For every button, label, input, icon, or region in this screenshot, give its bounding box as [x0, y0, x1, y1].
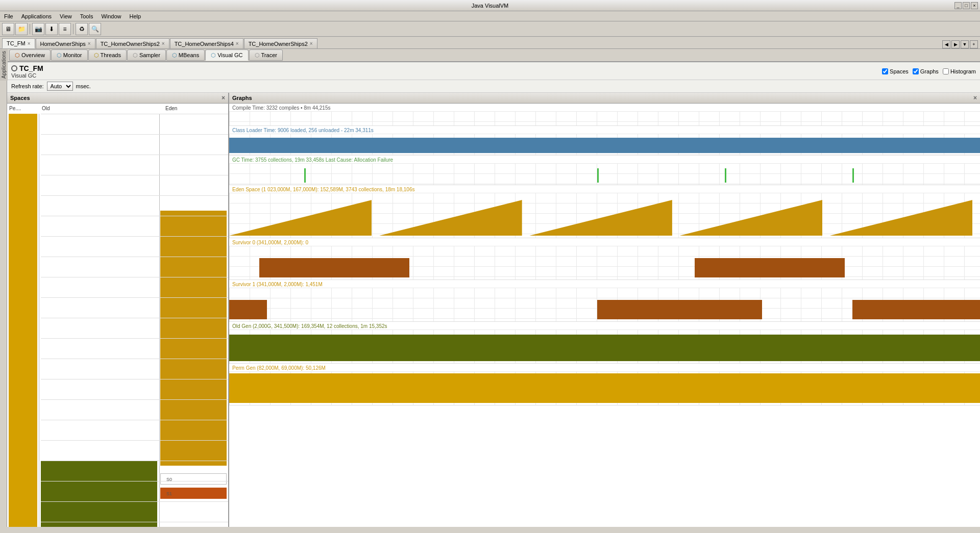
old-gen-space — [41, 461, 157, 527]
eden-col-header: Eden — [165, 106, 177, 111]
graphs-checkbox[interactable] — [913, 68, 919, 74]
sub-tab-threads-label: Threads — [101, 52, 121, 58]
content-area: ⬡ Overview ⬡ Monitor ⬡ Threads ⬡ Sampler… — [7, 49, 980, 527]
refresh-icon — [11, 65, 17, 71]
sub-tab-sampler[interactable]: ⬡ Sampler — [127, 49, 166, 61]
tab-nav-buttons: ◀ ▶ ▼ + — [942, 40, 978, 48]
menu-applications[interactable]: Applications — [19, 13, 54, 20]
tab3-label: TC_HomeOwnerShips4 — [175, 41, 234, 47]
gc-spike-4 — [852, 168, 854, 183]
compile-time-graph — [229, 111, 980, 125]
sub-tabs-bar: ⬡ Overview ⬡ Monitor ⬡ Threads ⬡ Sampler… — [7, 49, 980, 62]
top-tab-0[interactable]: TC_FM × — [2, 38, 35, 48]
compile-grid — [229, 111, 980, 125]
eden-space — [160, 211, 227, 466]
classloader-section: Class Loader Time: 9006 loaded, 256 unlo… — [229, 126, 980, 156]
permgen-fill — [229, 373, 980, 403]
menu-bar: File Applications View Tools Window Help — [0, 11, 980, 21]
survivor1-label: Survivor 1 (341,000M, 2,000M): 1,451M — [229, 280, 980, 288]
eden-graph — [229, 193, 980, 238]
sub-tab-visual-gc-label: Visual GC — [217, 52, 242, 58]
spaces-checkbox[interactable] — [882, 68, 888, 74]
close-btn[interactable]: × — [971, 2, 978, 9]
top-tab-4[interactable]: TC_HomeOwnerShips2 × — [244, 38, 317, 48]
page-subtitle: Visual GC — [11, 72, 43, 79]
top-tab-3[interactable]: TC_HomeOwnerShips4 × — [170, 38, 243, 48]
panels-container: Spaces × Pe.... Old Eden — [7, 93, 980, 527]
survivor0-label: Survivor 0 (341,000M, 2,000M): 0 — [229, 238, 980, 246]
toolbar-sep2 — [73, 24, 74, 34]
toolbar: 🖥 📁 📷 ⬇ ≡ ♻ 🔍 — [0, 21, 980, 37]
tab0-close[interactable]: × — [28, 41, 31, 46]
permgen-graph — [229, 371, 980, 405]
sub-tab-tracer[interactable]: ⬡ Tracer — [249, 49, 283, 61]
heap-dump-btn[interactable]: ⬇ — [45, 23, 58, 35]
gc-grid — [229, 163, 980, 185]
top-tab-1[interactable]: HomeOwnerShips × — [36, 38, 95, 48]
sub-tab-sampler-label: Sampler — [139, 52, 160, 58]
oldgen-section: Old Gen (2,000G, 341,500M): 169,354M, 12… — [229, 322, 980, 364]
tab-new-btn[interactable]: + — [970, 40, 978, 48]
tab3-close[interactable]: × — [236, 41, 239, 46]
page-title: TC_FM — [11, 64, 43, 72]
sub-tab-overview[interactable]: ⬡ Overview — [9, 49, 51, 61]
sub-tab-monitor[interactable]: ⬡ Monitor — [51, 49, 88, 61]
graphs-panel: Graphs × Compile Time: 3232 compiles • 8… — [229, 93, 980, 527]
menu-tools[interactable]: Tools — [78, 13, 95, 20]
s1-label: S1 — [166, 491, 172, 496]
page-header: TC_FM Visual GC Spaces Graphs Histogram — [7, 62, 980, 80]
refresh-select[interactable]: Auto 100 200 500 1000 — [47, 82, 73, 91]
classloader-fill — [229, 138, 980, 153]
oldgen-graph — [229, 329, 980, 363]
app-sidebar-label: Applications — [0, 49, 8, 81]
menu-window[interactable]: Window — [99, 13, 123, 20]
top-tab-2[interactable]: TC_HomeOwnerShips2 × — [96, 38, 169, 48]
graphs-panel-close[interactable]: × — [973, 94, 977, 101]
survivor0-section: Survivor 0 (341,000M, 2,000M): 0 — [229, 238, 980, 280]
refresh-bar: Refresh rate: Auto 100 200 500 1000 msec… — [7, 80, 980, 93]
tab-list-btn[interactable]: ▼ — [961, 40, 969, 48]
window-controls[interactable]: _ □ × — [954, 2, 978, 9]
open-btn[interactable]: 📁 — [15, 23, 28, 35]
spaces-checkbox-label[interactable]: Spaces — [882, 68, 909, 74]
oldgen-fill — [229, 335, 980, 361]
graphs-checkbox-label[interactable]: Graphs — [913, 68, 939, 74]
top-tabs-bar: TC_FM × HomeOwnerShips × TC_HomeOwnerShi… — [0, 37, 980, 49]
menu-file[interactable]: File — [2, 13, 15, 20]
spaces-panel-close[interactable]: × — [222, 94, 225, 101]
survivor1-graph — [229, 288, 980, 321]
gc-btn[interactable]: ♻ — [76, 23, 88, 35]
minimize-btn[interactable]: _ — [954, 2, 962, 9]
spaces-content: Pe.... Old Eden — [7, 104, 228, 527]
tab2-close[interactable]: × — [162, 41, 165, 46]
new-btn[interactable]: 🖥 — [2, 23, 14, 35]
tab4-label: TC_HomeOwnerShips2 — [249, 41, 308, 47]
histogram-checkbox-label[interactable]: Histogram — [943, 68, 976, 74]
app-sidebar: Applications — [0, 49, 7, 527]
tab4-close[interactable]: × — [310, 41, 313, 46]
survivor1-bar1 — [229, 300, 267, 319]
tab1-close[interactable]: × — [88, 41, 91, 46]
tab-prev-btn[interactable]: ◀ — [942, 40, 950, 48]
refresh-rate-label: Refresh rate: — [11, 83, 44, 89]
sub-tab-monitor-label: Monitor — [63, 52, 82, 58]
eden-section: Eden Space (1 023,000M, 167,000M): 152,5… — [229, 185, 980, 238]
menu-help[interactable]: Help — [128, 13, 143, 20]
sub-tab-threads[interactable]: ⬡ Threads — [88, 49, 127, 61]
sub-tab-mbeans[interactable]: ⬡ MBeans — [166, 49, 205, 61]
graphs-panel-header: Graphs × — [229, 93, 980, 104]
spaces-panel: Spaces × Pe.... Old Eden — [7, 93, 229, 527]
gc-spike-3 — [725, 168, 726, 183]
classloader-graph — [229, 134, 980, 155]
inspector-btn[interactable]: 🔍 — [89, 23, 101, 35]
survivor1-section: Survivor 1 (341,000M, 2,000M): 1,451M — [229, 280, 980, 322]
menu-view[interactable]: View — [58, 13, 74, 20]
thread-dump-btn[interactable]: ≡ — [59, 23, 71, 35]
title-bar: Java VisualVM _ □ × — [0, 0, 980, 11]
tab-next-btn[interactable]: ▶ — [951, 40, 960, 48]
restore-btn[interactable]: □ — [963, 2, 970, 9]
compile-time-label: Compile Time: 3232 compiles • 8m 44,215s — [229, 104, 980, 111]
histogram-checkbox[interactable] — [943, 68, 949, 74]
capture-btn[interactable]: 📷 — [32, 23, 44, 35]
sub-tab-visual-gc[interactable]: ⬡ Visual GC — [205, 49, 248, 61]
